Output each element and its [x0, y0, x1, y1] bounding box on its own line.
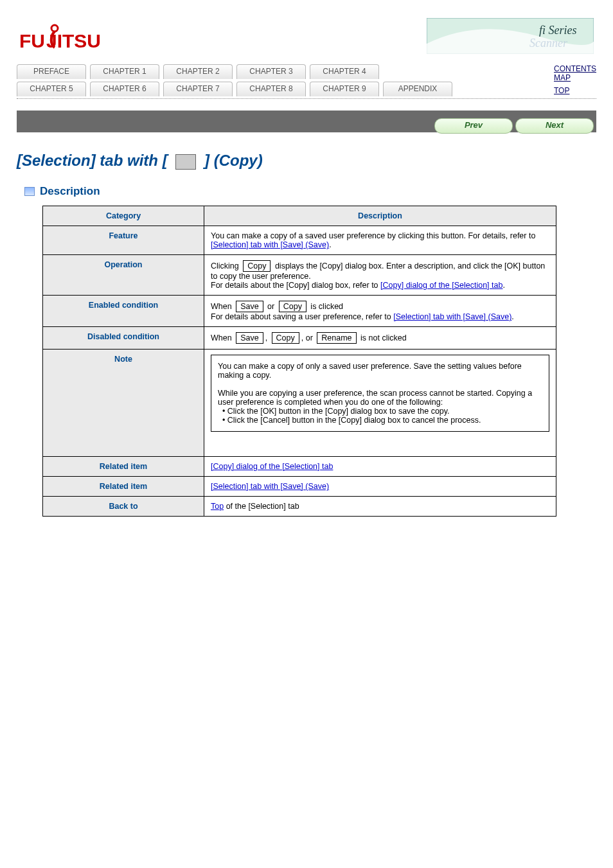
row-category: Related item: [43, 457, 204, 477]
next-button[interactable]: Next: [515, 118, 594, 134]
row-category: Operation: [43, 255, 204, 296]
pager-strip: Prev Next: [17, 111, 596, 132]
inline-link[interactable]: Top: [211, 502, 224, 511]
nav-link-contents-map[interactable]: CONTENTS MAP: [554, 64, 596, 82]
svg-text:fi Series: fi Series: [539, 24, 577, 37]
tab-appendix[interactable]: APPENDIX: [383, 82, 452, 96]
row-description: When Save or Copy is clickedFor details …: [204, 296, 556, 327]
fujitsu-logo: FU JITSU: [19, 22, 103, 51]
inline-link[interactable]: [Selection] tab with [Save] (Save): [211, 482, 329, 491]
row-description: You can make a copy of a saved user pref…: [204, 226, 556, 255]
inline-link[interactable]: [Selection] tab with [Save] (Save): [393, 312, 511, 321]
inline-button-label: Rename: [317, 332, 356, 344]
inline-link[interactable]: [Copy] dialog of the [Selection] tab: [380, 281, 502, 290]
tab-chapter-8[interactable]: CHAPTER 8: [236, 82, 306, 96]
inline-link[interactable]: [Selection] tab with [Save] (Save): [211, 240, 329, 249]
section-title: [Selection] tab with [ ] (Copy): [17, 152, 596, 170]
row-description: [Selection] tab with [Save] (Save): [204, 477, 556, 497]
row-description: Top of the [Selection] tab: [204, 497, 556, 517]
row-category: Enabled condition: [43, 296, 204, 327]
row-category: Feature: [43, 226, 204, 255]
inline-button-label: Save: [236, 332, 263, 344]
title-post: ] (Copy): [204, 152, 263, 169]
row-description: [Copy] dialog of the [Selection] tab: [204, 457, 556, 477]
tab-preface[interactable]: PREFACE: [17, 64, 86, 79]
inline-button-label: Copy: [279, 301, 306, 312]
col-header-category: Category: [43, 206, 204, 226]
inline-button-label: Copy: [272, 332, 299, 344]
title-pre: [Selection] tab with [: [17, 152, 168, 169]
row-description: Clicking Copy displays the [Copy] dialog…: [204, 255, 556, 296]
tab-chapter-5[interactable]: CHAPTER 5: [17, 82, 86, 96]
copy-toolbar-icon: [175, 154, 196, 170]
inline-button-label: Save: [236, 301, 263, 312]
tab-chapter-3[interactable]: CHAPTER 3: [236, 64, 306, 79]
nav-link-top[interactable]: TOP: [554, 86, 596, 95]
sub-heading: Description: [40, 185, 100, 198]
row-category: Note: [43, 350, 204, 457]
row-description: You can make a copy of only a saved user…: [204, 350, 556, 457]
bullet-icon: [24, 187, 35, 196]
svg-text:JITSU: JITSU: [46, 30, 101, 51]
tab-chapter-4[interactable]: CHAPTER 4: [310, 64, 379, 79]
inline-button-label: Copy: [243, 260, 271, 272]
svg-text:Scanner: Scanner: [529, 37, 568, 49]
tab-chapter-9[interactable]: CHAPTER 9: [310, 82, 379, 96]
row-category: Disabled condition: [43, 327, 204, 350]
tab-chapter-1[interactable]: CHAPTER 1: [90, 64, 159, 79]
inline-link[interactable]: [Copy] dialog of the [Selection] tab: [211, 462, 333, 471]
row-description: When Save, Copy, or Rename is not clicke…: [204, 327, 556, 350]
row-category: Related item: [43, 477, 204, 497]
svg-text:FU: FU: [19, 30, 45, 51]
row-category: Back to: [43, 497, 204, 517]
fi-series-banner: fi Series Scanner: [427, 18, 594, 54]
prev-button[interactable]: Prev: [434, 118, 513, 134]
description-table: Category Description FeatureYou can make…: [42, 206, 556, 517]
tab-chapter-2[interactable]: CHAPTER 2: [163, 64, 233, 79]
col-header-description: Description: [204, 206, 556, 226]
tab-chapter-7[interactable]: CHAPTER 7: [163, 82, 233, 96]
tab-chapter-6[interactable]: CHAPTER 6: [90, 82, 159, 96]
